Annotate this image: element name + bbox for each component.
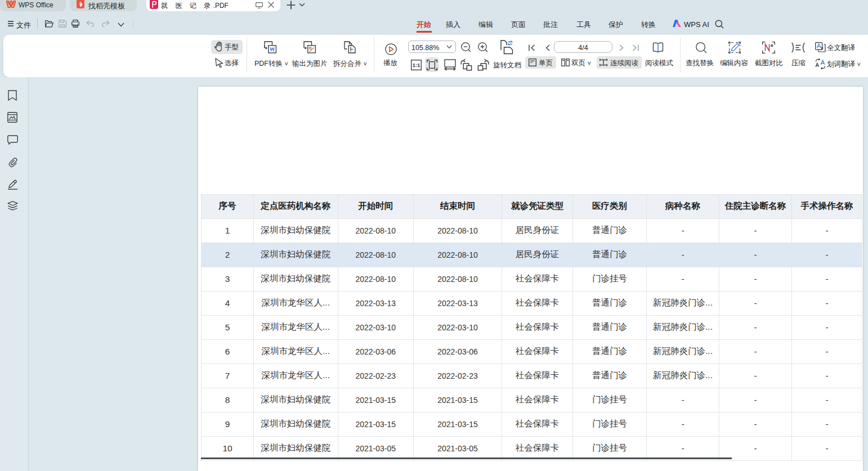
svg-text:1:1: 1:1 [413, 62, 420, 68]
